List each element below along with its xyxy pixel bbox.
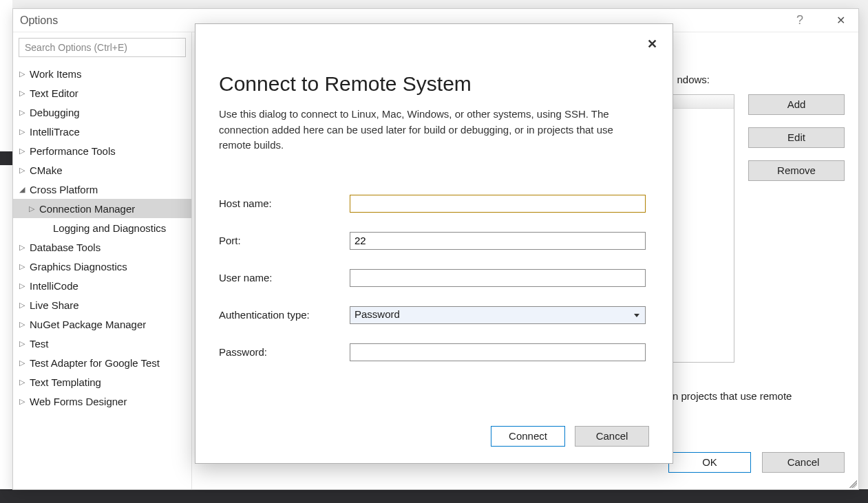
background-dark-strip — [0, 151, 12, 165]
chevron-right-icon[interactable]: ▷ — [17, 108, 27, 117]
tree-item-performance-tools[interactable]: ▷Performance Tools — [13, 141, 191, 160]
chevron-right-icon[interactable]: ▷ — [17, 243, 27, 252]
chevron-right-icon[interactable]: ▷ — [17, 166, 27, 175]
close-icon[interactable]: ✕ — [647, 36, 657, 52]
tree-item-label: Live Share — [30, 299, 79, 311]
background-editor-gutter — [0, 0, 12, 503]
tree-item-label: Debugging — [30, 107, 80, 118]
tree-item-intellicode[interactable]: ▷IntelliCode — [13, 276, 191, 295]
background-statusbar — [0, 489, 868, 503]
dialog-title: Connect to Remote System — [219, 72, 649, 96]
tree-item-live-share[interactable]: ▷Live Share — [13, 295, 191, 314]
tree-item-cross-platform[interactable]: ◢Cross Platform — [13, 180, 191, 199]
chevron-right-icon[interactable]: ▷ — [17, 89, 27, 98]
username-input[interactable] — [350, 269, 646, 287]
tree-item-text-editor[interactable]: ▷Text Editor — [13, 83, 191, 103]
tree-item-label: Test Adapter for Google Test — [30, 357, 160, 369]
edit-button[interactable]: Edit — [748, 127, 845, 148]
tree-item-intellitrace[interactable]: ▷IntelliTrace — [13, 122, 191, 141]
connect-remote-dialog: ✕ Connect to Remote System Use this dial… — [195, 23, 673, 464]
tree-item-test[interactable]: ▷Test — [13, 334, 191, 353]
tree-item-database-tools[interactable]: ▷Database Tools — [13, 237, 191, 257]
tree-item-nuget-package-manager[interactable]: ▷NuGet Package Manager — [13, 314, 191, 334]
tree-item-label: IntelliCode — [30, 280, 78, 292]
tree-item-label: Test — [30, 338, 49, 350]
search-input[interactable] — [19, 38, 186, 57]
tree-item-label: Database Tools — [30, 242, 100, 253]
tree-item-label: Cross Platform — [30, 184, 98, 195]
tree-item-label: Work Items — [30, 68, 82, 80]
chevron-right-icon[interactable]: ▷ — [27, 204, 36, 213]
tree-item-label: IntelliTrace — [30, 126, 80, 138]
cancel-button[interactable]: Cancel — [762, 452, 845, 473]
tree-item-debugging[interactable]: ▷Debugging — [13, 103, 191, 122]
chevron-right-icon[interactable]: ▷ — [17, 397, 27, 406]
tree-item-label: CMake — [30, 164, 63, 176]
authtype-select[interactable]: Password — [350, 306, 646, 324]
chevron-right-icon[interactable]: ▷ — [17, 127, 27, 136]
dialog-description: Use this dialog to connect to Linux, Mac… — [219, 107, 639, 153]
tree-item-graphics-diagnostics[interactable]: ▷Graphics Diagnostics — [13, 257, 191, 276]
help-icon[interactable]: ? — [792, 13, 807, 28]
tree-item-web-forms-designer[interactable]: ▷Web Forms Designer — [13, 392, 191, 411]
tree-item-text-templating[interactable]: ▷Text Templating — [13, 372, 191, 392]
options-tree[interactable]: ▷Work Items▷Text Editor▷Debugging▷Intell… — [13, 63, 191, 489]
chevron-right-icon[interactable]: ▷ — [17, 339, 27, 348]
tree-item-logging-and-diagnostics[interactable]: Logging and Diagnostics — [13, 218, 191, 237]
authtype-value: Password — [354, 308, 400, 320]
port-label: Port: — [219, 235, 350, 246]
tree-item-work-items[interactable]: ▷Work Items — [13, 64, 191, 83]
chevron-right-icon[interactable]: ▷ — [17, 262, 27, 271]
tree-item-connection-manager[interactable]: ▷Connection Manager — [13, 199, 191, 218]
connect-button[interactable]: Connect — [491, 426, 565, 447]
chevron-right-icon[interactable]: ▷ — [17, 147, 27, 156]
tree-item-cmake[interactable]: ▷CMake — [13, 160, 191, 180]
authtype-label: Authentication type: — [219, 309, 350, 321]
remove-button[interactable]: Remove — [748, 160, 845, 181]
tree-item-test-adapter-for-google-test[interactable]: ▷Test Adapter for Google Test — [13, 353, 191, 372]
resize-grip-icon[interactable] — [847, 478, 857, 488]
connection-manager-hint: n projects that use remote — [673, 390, 845, 402]
add-button[interactable]: Add — [748, 94, 845, 115]
username-label: User name: — [219, 272, 350, 283]
tree-item-label: Web Forms Designer — [30, 396, 127, 407]
tree-item-label: Text Editor — [30, 87, 78, 99]
chevron-right-icon[interactable]: ▷ — [17, 301, 27, 310]
close-icon[interactable]: ✕ — [828, 14, 853, 27]
chevron-down-icon[interactable]: ◢ — [17, 185, 27, 194]
chevron-right-icon[interactable]: ▷ — [17, 69, 27, 78]
chevron-right-icon[interactable]: ▷ — [17, 378, 27, 387]
options-title: Options — [20, 14, 58, 27]
connection-list-label: ndows: — [677, 74, 710, 85]
password-input[interactable] — [350, 343, 646, 361]
chevron-right-icon[interactable]: ▷ — [17, 281, 27, 290]
options-left-column: ▷Work Items▷Text Editor▷Debugging▷Intell… — [13, 32, 192, 489]
hostname-label: Host name: — [219, 197, 350, 209]
password-label: Password: — [219, 346, 350, 358]
chevron-right-icon[interactable]: ▷ — [17, 320, 27, 329]
tree-item-label: Text Templating — [30, 376, 101, 388]
tree-item-label: Graphics Diagnostics — [30, 261, 127, 272]
tree-item-label: Connection Manager — [39, 203, 135, 215]
chevron-right-icon[interactable]: ▷ — [17, 358, 27, 367]
hostname-input[interactable] — [350, 195, 646, 213]
tree-item-label: Performance Tools — [30, 145, 116, 157]
tree-item-label: Logging and Diagnostics — [53, 222, 166, 234]
port-input[interactable] — [350, 232, 646, 250]
ok-button[interactable]: OK — [668, 452, 751, 473]
tree-item-label: NuGet Package Manager — [30, 319, 146, 330]
cancel-button[interactable]: Cancel — [575, 426, 649, 447]
